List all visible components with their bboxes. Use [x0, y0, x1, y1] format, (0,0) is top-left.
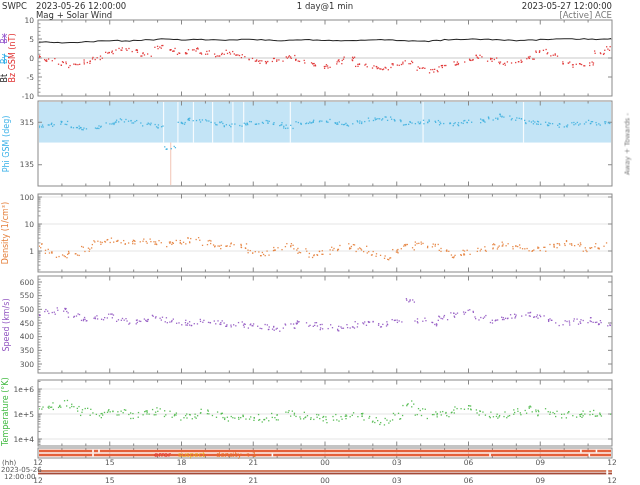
time-tick-row1-5: 03 — [385, 458, 409, 467]
speed-ylabel: Speed (km/s) — [1, 276, 11, 373]
time-tick-row1-3: 21 — [241, 458, 265, 467]
time-tick-row2-6: 06 — [457, 476, 481, 485]
time-tick-row2-5: 03 — [385, 476, 409, 485]
time-tick-row1-4: 00 — [313, 458, 337, 467]
time-tick-row1-6: 06 — [457, 458, 481, 467]
density-ylabel: Density (1/cm³) — [1, 194, 11, 272]
time-tick-row2-3: 21 — [241, 476, 265, 485]
phi-right-label: Away + Towards - — [622, 96, 632, 191]
time-tick-row1-8: 12 — [600, 458, 624, 467]
legend-error: error — [154, 450, 171, 460]
time-tick-row1-7: 09 — [528, 458, 552, 467]
swpc-realtime-plot-window: SWPC 2023-05-26 12:00:00 Mag + Solar Win… — [0, 0, 640, 485]
phi-ylabel: Phi GSM (deg) — [1, 101, 11, 186]
time-tick-row2-7: 09 — [528, 476, 552, 485]
time-tick-row1-0: 12 — [26, 458, 50, 467]
time-tick-row2-2: 18 — [170, 476, 194, 485]
time-tick-row1-1: 15 — [98, 458, 122, 467]
time-tick-row1-2: 18 — [170, 458, 194, 467]
time-tick-row2-0: 12 — [26, 476, 50, 485]
time-tick-row2-1: 15 — [98, 476, 122, 485]
time-tick-row2-4: 00 — [313, 476, 337, 485]
temperature-ylabel: Temperature (°K) — [1, 380, 11, 446]
time-tick-row2-8: 12 — [600, 476, 624, 485]
chart-canvas — [0, 0, 640, 485]
mag-ylabel: Bz GSM (nT) — [8, 20, 18, 96]
source-status: [Active] ACE — [38, 10, 612, 20]
app-title: SWPC — [2, 1, 27, 11]
